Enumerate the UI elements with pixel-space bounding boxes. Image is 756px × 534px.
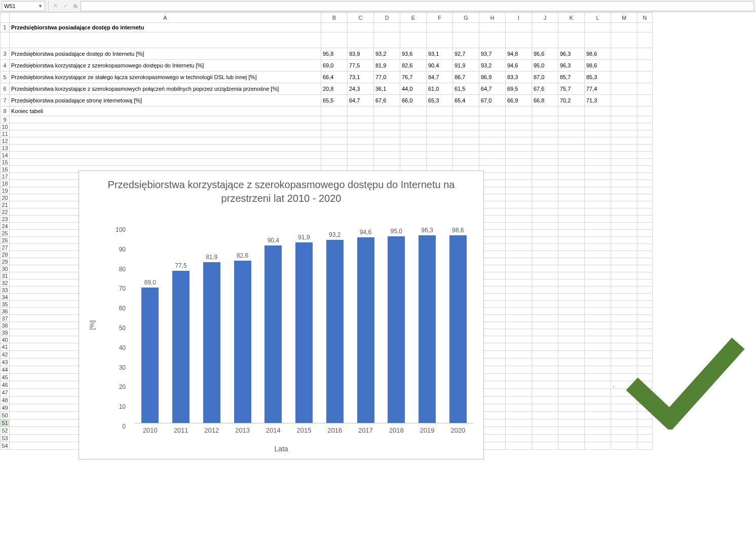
cell[interactable] <box>506 216 532 223</box>
cell[interactable] <box>637 173 653 180</box>
cell[interactable] <box>585 265 611 272</box>
cell[interactable] <box>506 180 532 187</box>
cell[interactable] <box>400 106 427 116</box>
cell[interactable] <box>558 244 585 251</box>
cell[interactable]: 98,6 <box>585 48 611 60</box>
cell[interactable] <box>637 287 653 294</box>
cell[interactable] <box>348 123 374 130</box>
fx-icon[interactable]: fx <box>70 1 81 11</box>
col-header[interactable]: A <box>10 13 321 23</box>
cell[interactable] <box>558 279 585 287</box>
cell[interactable] <box>637 152 653 159</box>
row-header[interactable]: 44 <box>1 366 10 374</box>
cell[interactable] <box>427 23 453 32</box>
cell[interactable] <box>348 152 374 159</box>
col-header[interactable]: L <box>585 13 611 23</box>
cell[interactable] <box>532 381 558 389</box>
cell[interactable]: Przedsiębiorstwa posiadające stronę inte… <box>10 95 321 106</box>
col-header[interactable]: C <box>348 13 374 23</box>
cell[interactable] <box>585 187 611 194</box>
col-header[interactable]: G <box>453 13 479 23</box>
cell[interactable]: Przedsiębiorstwa korzystające ze stałego… <box>10 72 321 83</box>
cell[interactable]: 94,6 <box>506 60 532 72</box>
cell[interactable] <box>453 23 479 32</box>
row-header[interactable]: 7 <box>1 95 10 106</box>
cell[interactable]: 2017 <box>506 32 532 48</box>
cell[interactable] <box>506 187 532 194</box>
cell[interactable] <box>506 308 532 315</box>
cell[interactable] <box>585 315 611 322</box>
cell[interactable] <box>532 251 558 258</box>
cell[interactable] <box>611 95 637 106</box>
cell[interactable]: 95,8 <box>321 48 348 60</box>
cell[interactable] <box>637 72 653 83</box>
cell[interactable] <box>558 435 585 442</box>
row-header[interactable]: 12 <box>1 137 10 145</box>
cell[interactable] <box>585 279 611 287</box>
cell[interactable] <box>558 223 585 230</box>
cell[interactable] <box>637 159 653 166</box>
cell[interactable] <box>558 301 585 308</box>
cell[interactable] <box>585 258 611 265</box>
cell[interactable]: 66,8 <box>532 95 558 106</box>
cell[interactable] <box>611 152 637 159</box>
cell[interactable]: 86,7 <box>453 72 479 83</box>
row-header[interactable]: 2 <box>1 32 10 48</box>
cell[interactable] <box>427 116 453 123</box>
cell[interactable] <box>611 279 637 287</box>
row-header[interactable]: 9 <box>1 116 10 123</box>
cell[interactable] <box>585 272 611 279</box>
cell[interactable] <box>506 343 532 351</box>
cell[interactable] <box>558 412 585 419</box>
cell[interactable] <box>532 265 558 272</box>
cell[interactable] <box>558 329 585 336</box>
cell[interactable] <box>637 48 653 60</box>
cell[interactable] <box>558 251 585 258</box>
cell[interactable]: 93,7 <box>479 48 506 60</box>
cell[interactable] <box>453 130 479 137</box>
cell[interactable] <box>506 412 532 419</box>
cell[interactable] <box>400 145 427 152</box>
cell[interactable] <box>611 106 637 116</box>
cell[interactable] <box>532 180 558 187</box>
cell[interactable]: 95,6 <box>532 48 558 60</box>
col-header[interactable]: F <box>427 13 453 23</box>
cell[interactable] <box>637 95 653 106</box>
cell[interactable] <box>585 397 611 404</box>
cell[interactable]: 2011 <box>348 32 374 48</box>
cell[interactable] <box>611 315 637 322</box>
cell[interactable] <box>558 322 585 329</box>
cell[interactable] <box>374 159 400 166</box>
cell[interactable]: 77,0 <box>374 72 400 83</box>
cell[interactable] <box>532 404 558 412</box>
cell[interactable] <box>611 272 637 279</box>
cell[interactable] <box>558 397 585 404</box>
cell[interactable] <box>637 194 653 201</box>
cell[interactable] <box>558 180 585 187</box>
cell[interactable] <box>558 166 585 173</box>
row-header[interactable]: 33 <box>1 287 10 294</box>
cell[interactable] <box>400 137 427 145</box>
cell[interactable] <box>611 258 637 265</box>
chart-object[interactable]: Przedsiębiorstwa korzystające z szerokop… <box>79 170 484 459</box>
cell[interactable] <box>10 145 321 152</box>
cell[interactable] <box>479 152 506 159</box>
cell[interactable] <box>558 230 585 237</box>
cell[interactable] <box>611 244 637 251</box>
cell[interactable] <box>506 315 532 322</box>
cell[interactable] <box>611 32 637 48</box>
cell[interactable] <box>506 435 532 442</box>
cell[interactable] <box>532 397 558 404</box>
cell[interactable]: 94,8 <box>506 48 532 60</box>
cell[interactable] <box>532 173 558 180</box>
cell[interactable] <box>506 223 532 230</box>
cell[interactable] <box>585 137 611 145</box>
cell[interactable] <box>585 251 611 258</box>
row-header[interactable]: 16 <box>1 166 10 173</box>
cell[interactable] <box>427 145 453 152</box>
cell[interactable] <box>585 223 611 230</box>
cell[interactable]: Przedsiębiorstwa posiadające dostęp do i… <box>10 23 321 32</box>
cell[interactable] <box>532 374 558 381</box>
cell[interactable] <box>558 315 585 322</box>
row-header[interactable]: 15 <box>1 159 10 166</box>
